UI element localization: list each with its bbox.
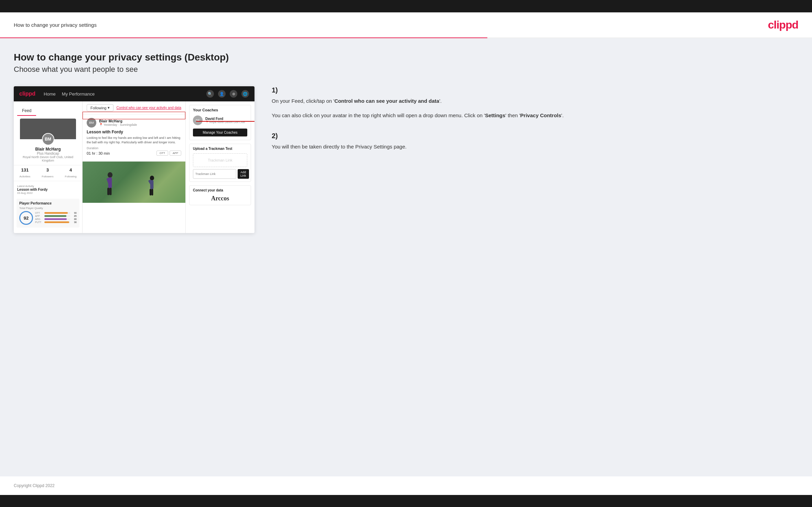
duration-label: Duration bbox=[87, 146, 181, 150]
stat-activities-value: 131 bbox=[20, 167, 31, 173]
stat-followers-value: 3 bbox=[42, 167, 53, 173]
stat-activities: 131 Activities bbox=[20, 167, 31, 179]
nav-my-performance: My Performance bbox=[62, 91, 95, 97]
svg-point-5 bbox=[150, 176, 154, 180]
trackman-section: Upload a Trackman Test Trackman Link Add… bbox=[189, 144, 251, 182]
trackman-add-button[interactable]: Add Link bbox=[238, 169, 249, 179]
avatar-initials: BM bbox=[45, 137, 51, 142]
app-nav-icons: 🔍 👤 ⊕ 🌐 bbox=[206, 90, 249, 98]
golf-image bbox=[83, 162, 185, 203]
instructions-panel: 1) On your Feed, click/tap on 'Control w… bbox=[265, 86, 798, 163]
profile-info: Blair McHarg Plus Handicap Royal North D… bbox=[14, 147, 82, 162]
profile-stats: 131 Activities 3 Followers 4 Following bbox=[14, 165, 82, 181]
svg-rect-8 bbox=[151, 189, 153, 196]
manage-coaches-button[interactable]: Manage Your Coaches bbox=[193, 129, 247, 136]
step1-text2: You can also click on your avatar in the… bbox=[272, 111, 798, 120]
location-icon: 📍 bbox=[99, 123, 103, 126]
post-description: Looking to feel like my hands are exitin… bbox=[87, 136, 181, 144]
app-mockup: clippd Home My Performance 🔍 👤 ⊕ 🌐 Feed bbox=[14, 86, 255, 233]
stat-followers-label: Followers bbox=[42, 175, 53, 178]
bar-app: APP 85 bbox=[35, 215, 77, 217]
step1-text: On your Feed, click/tap on 'Control who … bbox=[272, 97, 798, 105]
post-username: Blair McHarg bbox=[99, 119, 137, 123]
latest-activity: Latest Activity Lesson with Fordy 03 Aug… bbox=[14, 183, 82, 197]
page-heading: How to change your privacy settings (Des… bbox=[14, 52, 798, 63]
stat-following-value: 4 bbox=[65, 167, 77, 173]
bar-arg: ARG 86 bbox=[35, 218, 77, 220]
post-location: 📍 Yesterday · Sunningdale bbox=[99, 123, 137, 126]
instruction-step2: 2) You will then be taken directly to th… bbox=[272, 132, 798, 151]
search-icon[interactable]: 🔍 bbox=[206, 90, 214, 98]
trackman-link-input[interactable] bbox=[193, 169, 236, 179]
bar-putt: PUTT 96 bbox=[35, 221, 77, 223]
feed-tab[interactable]: Feed bbox=[17, 106, 36, 116]
svg-rect-3 bbox=[109, 188, 111, 195]
latest-activity-label: Latest Activity bbox=[17, 185, 79, 188]
trackman-placeholder: Trackman Link bbox=[193, 153, 247, 167]
step2-text: You will then be taken directly to the P… bbox=[272, 143, 798, 151]
stat-activities-label: Activities bbox=[20, 175, 31, 178]
coaches-title: Your Coaches bbox=[190, 105, 251, 113]
profile-avatar: BM bbox=[42, 133, 54, 145]
page-subheading: Choose what you want people to see bbox=[14, 65, 798, 74]
post-title: Lesson with Fordy bbox=[87, 130, 181, 134]
post-avatar: BM bbox=[87, 118, 96, 128]
control-privacy-link[interactable]: Control who can see your activity and da… bbox=[117, 106, 181, 110]
feed-header: Following ▾ Control who can see your act… bbox=[83, 101, 185, 114]
copyright-text: Copyright Clippd 2022 bbox=[14, 483, 55, 488]
tag-app: APP bbox=[170, 151, 181, 156]
profile-handicap: Plus Handicap bbox=[17, 152, 79, 155]
app-center-panel: Following ▾ Control who can see your act… bbox=[83, 101, 186, 233]
app-logo: clippd bbox=[19, 91, 35, 97]
quality-score: 92 bbox=[19, 211, 33, 225]
step2-number: 2) bbox=[272, 132, 798, 140]
nav-home: Home bbox=[44, 91, 56, 97]
connect-data-section: Connect your data Arccos bbox=[189, 185, 251, 205]
bottom-bar bbox=[0, 495, 812, 507]
annotation-arrow-container bbox=[196, 119, 255, 123]
connect-title: Connect your data bbox=[193, 188, 247, 192]
trackman-placeholder-text: Trackman Link bbox=[208, 158, 232, 162]
following-button[interactable]: Following ▾ bbox=[87, 104, 113, 111]
arccos-logo: Arccos bbox=[193, 195, 247, 202]
duration-value: 01 hr : 30 min OTT APP bbox=[87, 151, 181, 156]
perf-title: Player Performance bbox=[19, 201, 77, 205]
post-user-info: Blair McHarg 📍 Yesterday · Sunningdale bbox=[99, 119, 137, 126]
profile-club: Royal North Devon Golf Club, United King… bbox=[17, 155, 79, 162]
site-header: How to change your privacy settings clip… bbox=[0, 12, 812, 37]
tag-ott: OTT bbox=[156, 151, 168, 156]
main-content: How to change your privacy settings (Des… bbox=[0, 38, 812, 476]
svg-rect-4 bbox=[107, 188, 109, 195]
stat-following-label: Following bbox=[65, 175, 77, 178]
latest-activity-name: Lesson with Fordy bbox=[17, 188, 79, 191]
user-icon[interactable]: 👤 bbox=[218, 90, 226, 98]
avatar-icon[interactable]: 🌐 bbox=[241, 90, 249, 98]
trackman-title: Upload a Trackman Test bbox=[193, 147, 247, 151]
latest-activity-date: 03 Aug 2022 bbox=[17, 191, 79, 195]
stat-followers: 3 Followers bbox=[42, 167, 53, 179]
feed-post: BM Blair McHarg 📍 Yesterday · Sunningdal… bbox=[83, 114, 185, 162]
post-header: BM Blair McHarg 📍 Yesterday · Sunningdal… bbox=[87, 118, 181, 128]
bar-ott: OTT 90 bbox=[35, 212, 77, 214]
svg-rect-9 bbox=[150, 189, 151, 196]
profile-name: Blair McHarg bbox=[17, 147, 79, 152]
annotation-line bbox=[196, 121, 255, 122]
golfer-left bbox=[103, 172, 117, 199]
page-breadcrumb: How to change your privacy settings bbox=[14, 22, 97, 28]
top-bar bbox=[0, 0, 812, 12]
player-performance: Player Performance Total Player Quality … bbox=[17, 199, 79, 228]
trackman-input-row: Add Link bbox=[193, 169, 247, 179]
step1-number: 1) bbox=[272, 86, 798, 94]
golfer-right bbox=[146, 175, 158, 199]
app-navbar: clippd Home My Performance 🔍 👤 ⊕ 🌐 bbox=[14, 86, 255, 101]
instruction-step1: 1) On your Feed, click/tap on 'Control w… bbox=[272, 86, 798, 120]
stat-following: 4 Following bbox=[65, 167, 77, 179]
content-layout: clippd Home My Performance 🔍 👤 ⊕ 🌐 Feed bbox=[14, 86, 798, 233]
site-footer: Copyright Clippd 2022 bbox=[0, 476, 812, 495]
app-left-panel: Feed BM Blair McHarg Plus Handicap Ro bbox=[14, 101, 83, 233]
post-tags: OTT APP bbox=[156, 151, 181, 156]
quality-bars: OTT 90 APP 85 ARG bbox=[35, 212, 77, 224]
quality-label: Total Player Quality bbox=[19, 207, 77, 210]
quality-row: 92 OTT 90 APP 85 bbox=[19, 211, 77, 225]
plus-icon[interactable]: ⊕ bbox=[230, 90, 237, 98]
